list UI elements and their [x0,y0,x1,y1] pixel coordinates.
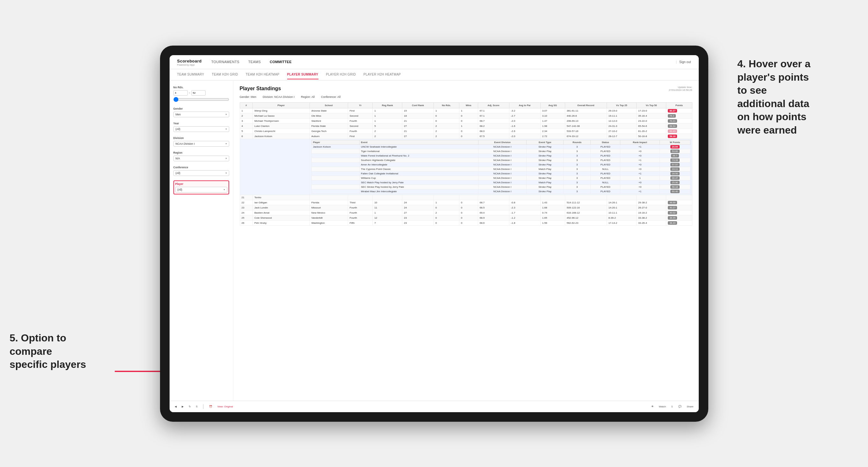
sub-nav: TEAM SUMMARY TEAM H2H GRID TEAM H2H HEAT… [169,69,699,81]
toolbar-download[interactable]: ⇓ [671,405,673,408]
update-time-label: Update time: [669,86,692,89]
year-label: Year [174,122,229,125]
event-col-player: Player [311,140,360,145]
col-record: Overall Record [565,102,607,108]
sub-nav-player-h2h-grid[interactable]: PLAYER H2H GRID [326,70,356,79]
conference-label: Conference [174,166,229,169]
table-row: 25 Cole Sherwood Vanderbilt Fourth 12 23… [240,215,692,220]
event-col-event: Event [360,140,478,145]
points-badge[interactable]: 48.68 [668,201,677,204]
sub-nav-team-h2h-heatmap[interactable]: TEAM H2H HEATMAP [246,70,280,79]
nav-items: TOURNAMENTS TEAMS COMMITTEE [211,59,676,65]
points-badge[interactable]: 40.27 [668,206,677,210]
col-yr: Yr [348,102,373,108]
sub-nav-player-h2h-heatmap[interactable]: PLAYER H2H HEATMAP [363,70,401,79]
sign-out-link[interactable]: Sign out [679,60,691,64]
table-row: 3 Michael Thorbjornsen Stanford Fourth 1… [240,118,692,123]
points-badge[interactable]: 38.49 [668,221,677,225]
toolbar-back[interactable]: ◀ [175,405,177,408]
toolbar-comment[interactable]: 💬 [678,405,682,408]
col-num: # [240,102,253,108]
points-badge[interactable]: 70.21 [668,119,677,123]
sub-nav-player-summary[interactable]: PLAYER SUMMARY [287,70,318,80]
toolbar-share[interactable]: Share [687,405,693,408]
sidebar-year: Year (All) [174,122,229,132]
player-select[interactable]: (All) [175,187,227,192]
points-badge[interactable]: 38.95 [668,216,677,220]
logo-area: Scoreboard Powered by clippi [177,58,202,66]
toolbar-watch[interactable]: Watch [659,405,666,408]
points-badge[interactable]: 76.3 [668,114,676,118]
region-select[interactable]: N/A [174,156,229,161]
nav-tournaments[interactable]: TOURNAMENTS [211,59,239,65]
division-label: Division [174,136,229,139]
toolbar-forward[interactable]: ▶ [182,405,184,408]
points-badge[interactable]: 40.02 [668,211,677,215]
sidebar-gender: Gender Men Women [174,107,229,117]
table-row: 4 Luke Clanton Florida State Second 5 27… [240,123,692,128]
event-row: Amer An Intercollegiate NCAA Division I … [311,162,690,167]
table-row: 24 Bastien Amat New Mexico Fourth 1 27 2… [240,210,692,215]
no-rds-max-input[interactable] [191,90,206,96]
player-label: Player [175,182,227,186]
filter-conference: Conference: All [321,95,340,98]
sidebar-no-rds: No Rds. - [174,86,229,103]
gender-select[interactable]: Men Women [174,112,229,117]
no-rds-slider[interactable] [174,97,229,102]
toolbar-clock[interactable]: ⏰ [209,405,212,408]
filter-row: Gender: Men Division: NCAA Division I Re… [240,95,692,98]
content-area: Player Standings Update time: 27/01/2024… [233,81,699,401]
col-adj-score: Adj. Score [478,102,509,108]
col-points: Points [666,102,692,108]
points-badge[interactable]: 80.27 [668,109,677,113]
event-col-rounds: Rounds [563,140,591,145]
sidebar-player: Player (All) [174,180,229,194]
sidebar-division: Division NCAA Division I [174,136,229,147]
col-avg-sg: Avg SG [540,102,565,108]
toolbar-view-original[interactable]: View: Original [217,405,233,408]
event-col-type: Event Type [527,140,564,145]
gender-label: Gender [174,107,229,110]
col-to-par: Avg to Par [509,102,540,108]
tablet-screen: Scoreboard Powered by clippi TOURNAMENTS… [169,55,699,412]
event-row: Mirabel Maui Jim Intercollegiate NCAA Di… [311,189,690,193]
nav-teams[interactable]: TEAMS [248,59,261,65]
year-select[interactable]: (All) [174,126,229,132]
toolbar-separator: | [203,404,204,409]
event-row: SEC Match Play hosted by Jerry Pate NCAA… [311,180,690,185]
filter-gender: Gender: Men [240,95,257,98]
toolbar-eye-icon: 👁 [651,405,654,408]
event-row: Jackson Kolson UNCW Seahawk Intercollegi… [311,145,690,149]
col-wins: Wins [459,102,478,108]
points-badge[interactable]: 68.94 [668,124,677,128]
division-select[interactable]: NCAA Division I [174,141,229,147]
annotation-bottom-left: 5. Option to compare specific players [9,332,112,371]
no-rds-min-input[interactable] [174,90,188,96]
toolbar-refresh[interactable]: ↻ [189,405,191,408]
update-date: 27/01/2024 16:56:26 [669,89,692,92]
event-row: Wake Forest Invitational at Pinehurst No… [311,153,690,158]
col-reg-rank: Reg Rank [373,102,402,108]
event-col-rank: Rank Impact [620,140,660,145]
event-col-points: W Points [660,140,690,145]
table-row: 2 Michael La Sasso Ole Miss Second 1 18 … [240,113,692,118]
points-badge[interactable]: 58.18 [668,134,677,138]
event-row: SEC Stroke Play hosted by Jerry Pate NCA… [311,185,690,189]
event-row: Williams Cup NCAA Division I Stroke Play… [311,176,690,180]
nav-committee[interactable]: COMMITTEE [270,59,292,65]
sub-nav-team-summary[interactable]: TEAM SUMMARY [177,70,204,79]
table-row: 5 Christo Lamprecht Georgia Tech Fourth … [240,128,692,133]
top-nav: Scoreboard Powered by clippi TOURNAMENTS… [169,55,699,69]
sub-nav-team-h2h-grid[interactable]: TEAM H2H GRID [212,70,238,79]
points-badge[interactable]: 60.49 [668,129,677,133]
bottom-toolbar: ◀ ▶ ↻ ⎘ | ⏰ View: Original 👁 Watch ⇓ 💬 S… [169,401,699,412]
event-row: Southern Highlands Collegiate NCAA Divis… [311,158,690,162]
sidebar-region: Region N/A [174,151,229,161]
annotation-top-right: 4. Hover over a player's points to see a… [737,57,859,137]
table-row: 1 Wenyi Ding Arizona State First 1 15 1 … [240,108,692,113]
conference-select[interactable]: (All) [174,170,229,176]
event-row: Fallen Oak Collegiate Invitational NCAA … [311,171,690,176]
sidebar-conference: Conference (All) [174,166,229,176]
table-row: 21 Tenho [240,195,692,200]
toolbar-copy[interactable]: ⎘ [196,405,198,408]
